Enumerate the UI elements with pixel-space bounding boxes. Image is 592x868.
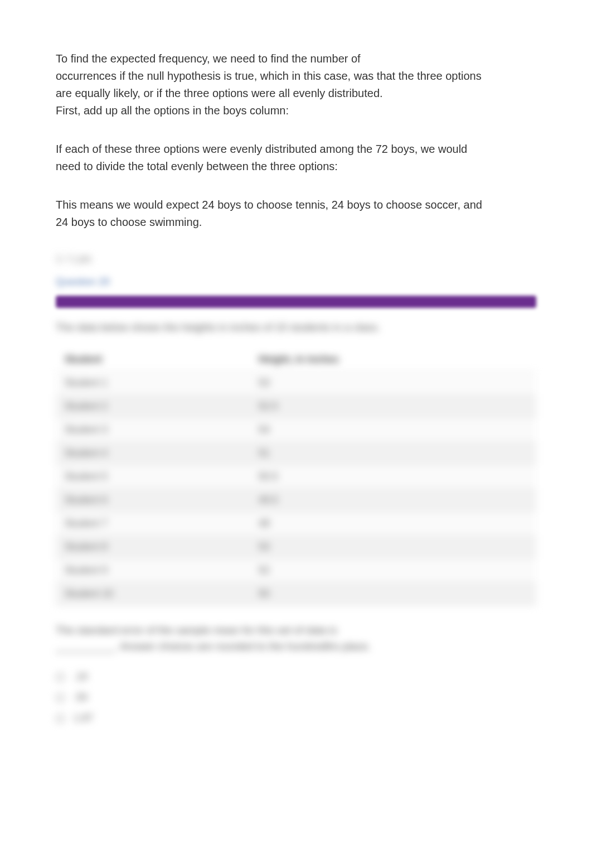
table-cell: 50.5 (250, 465, 536, 489)
table-cell: 52.5 (250, 395, 536, 418)
table-cell: Student 1 (56, 372, 250, 395)
paragraph-3-line-2: 24 boys to choose swimming. (56, 214, 536, 231)
answer-options: .19.591.87 (56, 667, 536, 729)
table-cell: 52 (250, 559, 536, 582)
table-header-height: Height, in inches (250, 348, 536, 372)
table-cell: 53 (250, 372, 536, 395)
table-cell: 53 (250, 536, 536, 559)
radio-icon[interactable] (56, 673, 65, 682)
table-row: Student 550.5 (56, 465, 536, 489)
prompt-line-2: __________. Answer choices are rounded t… (56, 639, 536, 655)
table-cell: Student 9 (56, 559, 250, 582)
table-row: Student 153 (56, 372, 536, 395)
prompt-line-1: The standard error of the sample mean fo… (56, 623, 536, 639)
points-line: 1 / 1 pts (56, 253, 536, 265)
answer-option[interactable]: .59 (56, 687, 536, 708)
table-cell: 49.5 (250, 489, 536, 512)
table-cell: 50 (250, 582, 536, 606)
table-cell: Student 3 (56, 418, 250, 442)
paragraph-1-line-3: are equally likely, or if the three opti… (56, 85, 536, 102)
table-cell: 54 (250, 418, 536, 442)
radio-icon[interactable] (56, 693, 65, 702)
option-label: 1.87 (74, 712, 93, 724)
table-cell: Student 4 (56, 442, 250, 465)
paragraph-2-line-2: need to divide the total evenly between … (56, 158, 536, 175)
table-cell: Student 8 (56, 536, 250, 559)
table-cell: Student 6 (56, 489, 250, 512)
answer-option[interactable]: .19 (56, 667, 536, 687)
table-row: Student 853 (56, 536, 536, 559)
paragraph-1-line-4: First, add up all the options in the boy… (56, 102, 536, 119)
question-header-bar (56, 296, 536, 308)
table-cell: Student 5 (56, 465, 250, 489)
heights-table: Student Height, in inches Student 153Stu… (56, 348, 536, 606)
table-row: Student 354 (56, 418, 536, 442)
question-prompt: The standard error of the sample mean fo… (56, 623, 536, 654)
blurred-question-section: The data below shows the heights in inch… (56, 321, 536, 729)
paragraph-1-line-2: occurrences if the null hypothesis is tr… (56, 67, 536, 85)
table-cell: 51 (250, 442, 536, 465)
table-cell: 48 (250, 512, 536, 536)
option-label: .59 (74, 692, 88, 703)
table-cell: Student 2 (56, 395, 250, 418)
table-row: Student 252.5 (56, 395, 536, 418)
radio-icon[interactable] (56, 714, 65, 723)
table-row: Student 952 (56, 559, 536, 582)
table-row: Student 748 (56, 512, 536, 536)
paragraph-3-line-1: This means we would expect 24 boys to ch… (56, 196, 536, 214)
option-label: .19 (74, 671, 88, 683)
paragraph-1-line-1: To find the expected frequency, we need … (56, 50, 536, 67)
table-header-student: Student (56, 348, 250, 372)
question-intro: The data below shows the heights in inch… (56, 321, 536, 334)
explanation-block: To find the expected frequency, we need … (56, 50, 536, 231)
paragraph-2-line-1: If each of these three options were even… (56, 141, 536, 158)
table-row: Student 649.5 (56, 489, 536, 512)
table-row: Student 451 (56, 442, 536, 465)
table-row: Student 1050 (56, 582, 536, 606)
answer-option[interactable]: 1.87 (56, 708, 536, 729)
table-cell: Student 10 (56, 582, 250, 606)
table-cell: Student 7 (56, 512, 250, 536)
question-link: Question 20 (56, 276, 536, 288)
